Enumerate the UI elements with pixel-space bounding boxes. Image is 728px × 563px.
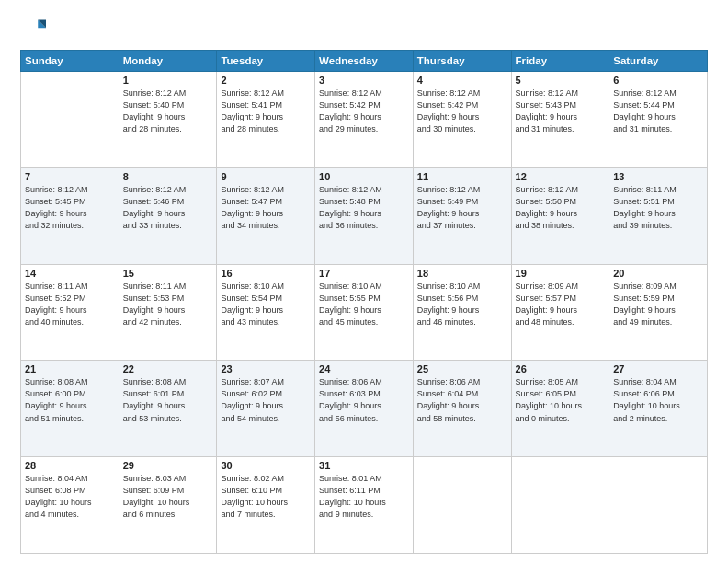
calendar-cell: 28Sunrise: 8:04 AM Sunset: 6:08 PM Dayli… — [21, 457, 119, 554]
calendar-cell: 23Sunrise: 8:07 AM Sunset: 6:02 PM Dayli… — [217, 361, 315, 457]
day-number: 11 — [417, 171, 507, 182]
day-number: 30 — [221, 460, 311, 471]
calendar-cell: 2Sunrise: 8:12 AM Sunset: 5:41 PM Daylig… — [217, 72, 315, 168]
calendar-cell — [21, 72, 119, 168]
calendar-cell: 11Sunrise: 8:12 AM Sunset: 5:49 PM Dayli… — [413, 167, 511, 264]
day-number: 21 — [25, 363, 115, 374]
day-number: 22 — [123, 363, 213, 374]
day-info: Sunrise: 8:06 AM Sunset: 6:04 PM Dayligh… — [417, 376, 507, 424]
calendar-cell: 30Sunrise: 8:02 AM Sunset: 6:10 PM Dayli… — [217, 457, 315, 554]
day-info: Sunrise: 8:10 AM Sunset: 5:56 PM Dayligh… — [417, 281, 507, 328]
calendar-week-4: 28Sunrise: 8:04 AM Sunset: 6:08 PM Dayli… — [21, 457, 708, 554]
calendar-cell: 12Sunrise: 8:12 AM Sunset: 5:50 PM Dayli… — [511, 167, 609, 264]
day-info: Sunrise: 8:12 AM Sunset: 5:50 PM Dayligh… — [516, 184, 606, 232]
day-header-wednesday: Wednesday — [315, 51, 414, 72]
calendar-cell: 17Sunrise: 8:10 AM Sunset: 5:55 PM Dayli… — [315, 264, 414, 361]
day-number: 26 — [516, 363, 606, 374]
calendar-cell: 5Sunrise: 8:12 AM Sunset: 5:43 PM Daylig… — [511, 72, 609, 168]
day-info: Sunrise: 8:09 AM Sunset: 5:57 PM Dayligh… — [516, 281, 606, 328]
day-info: Sunrise: 8:08 AM Sunset: 6:00 PM Dayligh… — [25, 376, 115, 424]
day-info: Sunrise: 8:12 AM Sunset: 5:41 PM Dayligh… — [221, 87, 311, 135]
day-info: Sunrise: 8:08 AM Sunset: 6:01 PM Dayligh… — [123, 376, 213, 424]
calendar-cell: 7Sunrise: 8:12 AM Sunset: 5:45 PM Daylig… — [21, 167, 119, 264]
day-info: Sunrise: 8:12 AM Sunset: 5:48 PM Dayligh… — [319, 184, 409, 232]
day-info: Sunrise: 8:12 AM Sunset: 5:44 PM Dayligh… — [613, 87, 703, 135]
calendar-week-3: 21Sunrise: 8:08 AM Sunset: 6:00 PM Dayli… — [21, 361, 708, 457]
calendar-cell: 20Sunrise: 8:09 AM Sunset: 5:59 PM Dayli… — [609, 264, 708, 361]
day-number: 2 — [221, 75, 311, 86]
calendar-cell: 29Sunrise: 8:03 AM Sunset: 6:09 PM Dayli… — [119, 457, 217, 554]
logo — [20, 17, 50, 42]
calendar-body: 1Sunrise: 8:12 AM Sunset: 5:40 PM Daylig… — [21, 72, 708, 554]
day-info: Sunrise: 8:01 AM Sunset: 6:11 PM Dayligh… — [319, 473, 409, 521]
day-number: 1 — [123, 75, 213, 86]
calendar-cell: 10Sunrise: 8:12 AM Sunset: 5:48 PM Dayli… — [315, 167, 414, 264]
calendar-cell: 9Sunrise: 8:12 AM Sunset: 5:47 PM Daylig… — [217, 167, 315, 264]
day-header-saturday: Saturday — [609, 51, 708, 72]
header — [20, 17, 708, 42]
day-number: 23 — [221, 363, 311, 374]
calendar-cell: 8Sunrise: 8:12 AM Sunset: 5:46 PM Daylig… — [119, 167, 217, 264]
calendar-cell: 13Sunrise: 8:11 AM Sunset: 5:51 PM Dayli… — [609, 167, 708, 264]
calendar-cell: 18Sunrise: 8:10 AM Sunset: 5:56 PM Dayli… — [413, 264, 511, 361]
day-number: 3 — [319, 75, 409, 86]
day-number: 10 — [319, 171, 409, 182]
calendar-cell — [511, 457, 609, 554]
calendar-cell — [413, 457, 511, 554]
day-info: Sunrise: 8:07 AM Sunset: 6:02 PM Dayligh… — [221, 376, 311, 424]
page: SundayMondayTuesdayWednesdayThursdayFrid… — [0, 0, 728, 563]
day-number: 9 — [221, 171, 311, 182]
day-header-monday: Monday — [119, 51, 217, 72]
day-info: Sunrise: 8:12 AM Sunset: 5:43 PM Dayligh… — [516, 87, 606, 135]
day-number: 29 — [123, 460, 213, 471]
day-info: Sunrise: 8:09 AM Sunset: 5:59 PM Dayligh… — [613, 281, 703, 328]
calendar-cell: 6Sunrise: 8:12 AM Sunset: 5:44 PM Daylig… — [609, 72, 708, 168]
day-number: 16 — [221, 268, 311, 279]
calendar-cell: 1Sunrise: 8:12 AM Sunset: 5:40 PM Daylig… — [119, 72, 217, 168]
day-number: 24 — [319, 363, 409, 374]
calendar-cell: 27Sunrise: 8:04 AM Sunset: 6:06 PM Dayli… — [609, 361, 708, 457]
calendar-cell: 22Sunrise: 8:08 AM Sunset: 6:01 PM Dayli… — [119, 361, 217, 457]
calendar-cell: 14Sunrise: 8:11 AM Sunset: 5:52 PM Dayli… — [21, 264, 119, 361]
day-info: Sunrise: 8:12 AM Sunset: 5:45 PM Dayligh… — [25, 184, 115, 232]
calendar-cell: 25Sunrise: 8:06 AM Sunset: 6:04 PM Dayli… — [413, 361, 511, 457]
day-info: Sunrise: 8:12 AM Sunset: 5:47 PM Dayligh… — [221, 184, 311, 232]
calendar-cell — [609, 457, 708, 554]
day-info: Sunrise: 8:03 AM Sunset: 6:09 PM Dayligh… — [123, 473, 213, 521]
logo-icon — [20, 17, 46, 42]
day-info: Sunrise: 8:11 AM Sunset: 5:52 PM Dayligh… — [25, 281, 115, 328]
calendar-cell: 31Sunrise: 8:01 AM Sunset: 6:11 PM Dayli… — [315, 457, 414, 554]
day-info: Sunrise: 8:04 AM Sunset: 6:06 PM Dayligh… — [613, 376, 703, 424]
day-number: 18 — [417, 268, 507, 279]
calendar-header: SundayMondayTuesdayWednesdayThursdayFrid… — [21, 51, 708, 72]
day-info: Sunrise: 8:05 AM Sunset: 6:05 PM Dayligh… — [516, 376, 606, 424]
day-number: 19 — [516, 268, 606, 279]
calendar-cell: 19Sunrise: 8:09 AM Sunset: 5:57 PM Dayli… — [511, 264, 609, 361]
day-number: 13 — [613, 171, 703, 182]
day-number: 12 — [516, 171, 606, 182]
calendar-week-1: 7Sunrise: 8:12 AM Sunset: 5:45 PM Daylig… — [21, 167, 708, 264]
day-info: Sunrise: 8:02 AM Sunset: 6:10 PM Dayligh… — [221, 473, 311, 521]
day-number: 25 — [417, 363, 507, 374]
day-number: 27 — [613, 363, 703, 374]
calendar-cell: 3Sunrise: 8:12 AM Sunset: 5:42 PM Daylig… — [315, 72, 414, 168]
day-info: Sunrise: 8:12 AM Sunset: 5:42 PM Dayligh… — [319, 87, 409, 135]
day-number: 28 — [25, 460, 115, 471]
calendar-cell: 15Sunrise: 8:11 AM Sunset: 5:53 PM Dayli… — [119, 264, 217, 361]
day-number: 17 — [319, 268, 409, 279]
day-number: 14 — [25, 268, 115, 279]
day-info: Sunrise: 8:11 AM Sunset: 5:51 PM Dayligh… — [613, 184, 703, 232]
day-info: Sunrise: 8:10 AM Sunset: 5:54 PM Dayligh… — [221, 281, 311, 328]
calendar-cell: 24Sunrise: 8:06 AM Sunset: 6:03 PM Dayli… — [315, 361, 414, 457]
day-number: 4 — [417, 75, 507, 86]
day-info: Sunrise: 8:10 AM Sunset: 5:55 PM Dayligh… — [319, 281, 409, 328]
day-number: 6 — [613, 75, 703, 86]
day-number: 15 — [123, 268, 213, 279]
day-info: Sunrise: 8:11 AM Sunset: 5:53 PM Dayligh… — [123, 281, 213, 328]
day-number: 31 — [319, 460, 409, 471]
day-info: Sunrise: 8:12 AM Sunset: 5:49 PM Dayligh… — [417, 184, 507, 232]
day-info: Sunrise: 8:04 AM Sunset: 6:08 PM Dayligh… — [25, 473, 115, 521]
day-number: 8 — [123, 171, 213, 182]
day-number: 20 — [613, 268, 703, 279]
day-info: Sunrise: 8:12 AM Sunset: 5:42 PM Dayligh… — [417, 87, 507, 135]
